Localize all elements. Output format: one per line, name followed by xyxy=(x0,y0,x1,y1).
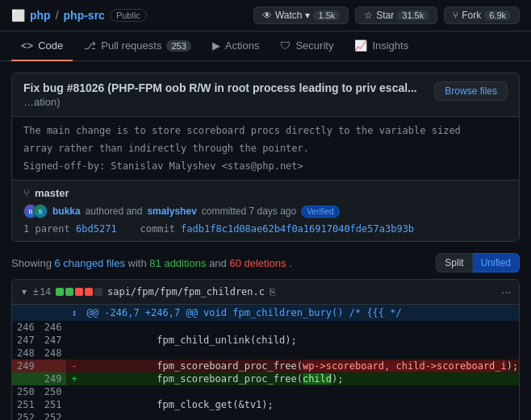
repo-org[interactable]: php xyxy=(30,9,51,22)
stat-red1 xyxy=(75,288,83,296)
line-count-num: 14 xyxy=(40,286,51,297)
commit-signoff: Signed-off-by: Stanislav Malyshev <stas@… xyxy=(23,160,508,172)
changed-files-link[interactable]: 6 changed files xyxy=(55,257,125,269)
stat-red2 xyxy=(85,288,93,296)
fork-count: 6.9k xyxy=(484,10,511,20)
browse-files-button[interactable]: Browse files xyxy=(434,81,508,101)
diff-line-context-251: 251 251 fpm_clock_get(&tv1); xyxy=(12,398,520,411)
insights-icon: 📈 xyxy=(354,40,367,52)
commit-title: Fix bug #81026 (PHP-FPM oob R/W in root … xyxy=(23,81,417,94)
commit-title-suffix: …ation) xyxy=(23,96,417,108)
committed-text: committed 7 days ago xyxy=(202,206,296,217)
diff-line-context-248: 248 248 xyxy=(12,347,520,360)
repo-title: ⬜ php / php-src Public xyxy=(11,9,147,22)
author2-link[interactable]: smalyshev xyxy=(147,206,196,217)
commit-authors: B S bukka authored and smalyshev committ… xyxy=(23,204,508,218)
diff-table: ↕ @@ -246,7 +246,7 @@ void fpm_children_… xyxy=(12,305,520,420)
commit-header: Fix bug #81026 (PHP-FPM oob R/W in root … xyxy=(12,73,519,117)
repo-icon: ⬜ xyxy=(11,9,25,22)
repo-separator: / xyxy=(56,9,59,22)
additions-count: 81 additions xyxy=(149,257,206,269)
fork-button[interactable]: ⑂ Fork 6.9k xyxy=(444,6,520,24)
file-header-left: ▾ ± 14 sapi/fpm/fpm/fpm_children.c ⎘ xyxy=(20,285,275,299)
actions-icon: ▶ xyxy=(212,40,220,52)
commit-meta: ⑂ master B S bukka authored and smalyshe… xyxy=(12,180,519,241)
split-view-button[interactable]: Split xyxy=(436,253,472,272)
tab-security[interactable]: 🛡 Security xyxy=(270,31,343,61)
watch-button[interactable]: 👁 Watch ▾ 1.5k xyxy=(253,6,349,24)
watch-chevron-icon: ▾ xyxy=(305,10,310,21)
watch-icon: 👁 xyxy=(262,10,272,21)
commit-desc-line2: array rather than indirectly through the… xyxy=(23,143,508,154)
watch-count: 1.5k xyxy=(313,10,340,20)
authored-text: authored and xyxy=(86,206,143,217)
hunk-label: @@ -246,7 +246,7 @@ void fpm_children_bu… xyxy=(82,305,520,321)
star-button[interactable]: ☆ Star 31.5k xyxy=(355,6,437,24)
public-badge: Public xyxy=(110,9,147,22)
stat-green1 xyxy=(56,288,64,296)
branch-name[interactable]: master xyxy=(35,187,69,199)
branch-row: ⑂ master xyxy=(23,187,508,199)
deletions-count: 60 deletions xyxy=(229,257,286,269)
diff-line-context-252: 252 252 xyxy=(12,411,520,420)
parent-hash-link[interactable]: 6bd5271 xyxy=(76,223,117,235)
diff-line-context-247: 247 247 fpm_child_unlink(child); xyxy=(12,334,520,347)
diff-line-context-246: 246 246 xyxy=(12,321,520,334)
tab-pull-requests[interactable]: ⎇ Pull requests 253 xyxy=(74,31,201,61)
branch-icon: ⑂ xyxy=(23,187,30,199)
hunk-line-num-left xyxy=(12,305,40,321)
nav-tabs: <> Code ⎇ Pull requests 253 ▶ Actions 🛡 … xyxy=(0,31,531,61)
file-header-right: ··· xyxy=(501,285,511,298)
file-header: ▾ ± 14 sapi/fpm/fpm/fpm_children.c ⎘ ··· xyxy=(12,280,519,305)
line-count: ± xyxy=(33,286,39,297)
diff-hunk-row: ↕ @@ -246,7 +246,7 @@ void fpm_children_… xyxy=(12,305,520,321)
commit-body: The main change is to store scoreboard p… xyxy=(12,117,519,180)
top-bar: ⬜ php / php-src Public 👁 Watch ▾ 1.5k ☆ … xyxy=(0,0,531,31)
file-stats: ± 14 xyxy=(33,286,102,297)
star-count: 31.5k xyxy=(397,10,429,20)
pr-icon: ⎇ xyxy=(84,40,96,52)
diff-line-add-249: 249 + fpm_scoreboard_proc_free(child); xyxy=(12,372,520,385)
avatar-stack: B S xyxy=(23,204,48,218)
tab-insights[interactable]: 📈 Insights xyxy=(345,31,418,61)
avatar-author2: S xyxy=(33,204,48,218)
pr-count: 253 xyxy=(166,40,190,52)
more-options-button[interactable]: ··· xyxy=(501,285,511,298)
tab-actions[interactable]: ▶ Actions xyxy=(203,31,270,61)
file-name: sapi/fpm/fpm/fpm_children.c xyxy=(107,286,265,297)
diff-info: Showing 6 changed files with 81 addition… xyxy=(11,253,520,272)
copy-icon[interactable]: ⎘ xyxy=(270,286,275,297)
unified-view-button[interactable]: Unified xyxy=(473,253,520,272)
tab-code[interactable]: <> Code xyxy=(11,31,73,61)
collapse-button[interactable]: ▾ xyxy=(20,285,28,299)
commit-card: Fix bug #81026 (PHP-FPM oob R/W in root … xyxy=(11,73,520,242)
commit-desc-line1: The main change is to store scoreboard p… xyxy=(23,125,508,136)
diff-summary: Showing 6 changed files with 81 addition… xyxy=(11,257,292,269)
commit-title-block: Fix bug #81026 (PHP-FPM oob R/W in root … xyxy=(23,81,417,108)
repo-name[interactable]: php-src xyxy=(64,9,105,22)
expand-up-icon[interactable]: ↕ xyxy=(66,305,82,321)
hunk-line-num-right xyxy=(40,305,67,321)
shield-icon: 🛡 xyxy=(280,40,291,52)
author1-link[interactable]: bukka xyxy=(52,206,81,217)
fork-icon: ⑂ xyxy=(453,10,458,21)
commit-hash-link[interactable]: fadb1f8c1d08ae62b4f0a16917040fde57a3b93b xyxy=(181,223,414,235)
verified-badge: Verified xyxy=(301,206,339,218)
top-actions: 👁 Watch ▾ 1.5k ☆ Star 31.5k ⑂ Fork 6.9k xyxy=(253,6,520,24)
code-icon: <> xyxy=(21,40,33,52)
stat-gray1 xyxy=(94,288,102,296)
file-diff: ▾ ± 14 sapi/fpm/fpm/fpm_children.c ⎘ ··· xyxy=(11,279,520,420)
stat-green2 xyxy=(65,288,73,296)
diff-line-del-249: 249 - fpm_scoreboard_proc_free(wp->score… xyxy=(12,360,520,372)
parent-row: 1 parent 6bd5271 commit fadb1f8c1d08ae62… xyxy=(23,223,508,235)
star-icon: ☆ xyxy=(364,10,373,21)
diff-view-buttons: Split Unified xyxy=(436,253,520,272)
diff-line-context-250: 250 250 xyxy=(12,385,520,398)
